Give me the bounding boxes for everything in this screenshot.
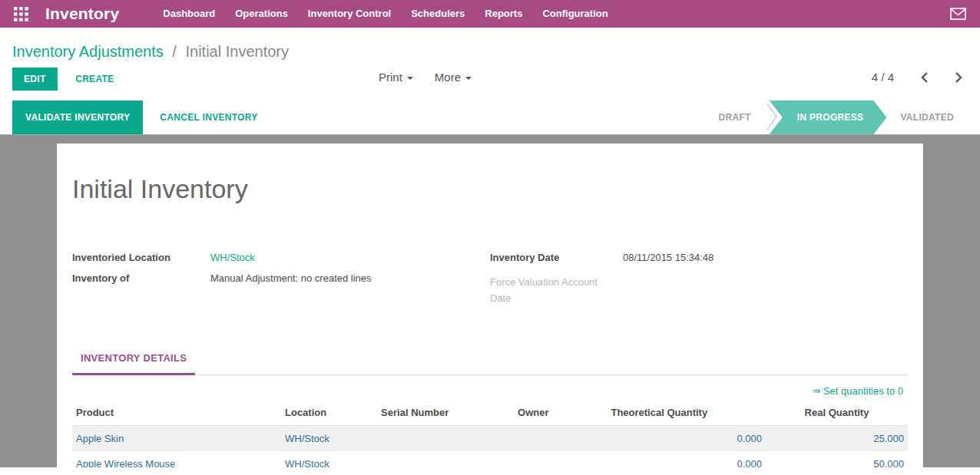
record-title: Initial Inventory (72, 143, 908, 204)
field-inventoried-location: Inventoried Location WH/Stock (72, 252, 490, 263)
chevron-down-icon (465, 77, 472, 80)
tab-inventory-details[interactable]: INVENTORY DETAILS (72, 352, 195, 375)
menu-dashboard[interactable]: Dashboard (153, 0, 225, 28)
cell-product[interactable]: Apple Wireless Mouse (72, 451, 281, 467)
field-group-right: Inventory Date 08/11/2015 15:34:48 Force… (490, 252, 908, 315)
action-dropdowns: Print More (379, 71, 493, 84)
top-navbar: Inventory Dashboard Operations Inventory… (0, 0, 980, 28)
create-button[interactable]: CREATE (75, 74, 114, 84)
state-in-progress[interactable]: IN PROGRESS (770, 101, 887, 134)
inventory-date-value: 08/11/2015 15:34:48 (623, 252, 713, 263)
breadcrumb-separator: / (172, 43, 177, 60)
main-menu: Dashboard Operations Inventory Control S… (153, 0, 617, 28)
table-row[interactable]: Apple Wireless Mouse WH/Stock 0.000 50.0… (72, 451, 908, 467)
field-label: Inventory Date (490, 252, 623, 263)
print-dropdown[interactable]: Print (379, 71, 413, 84)
cell-serial-number[interactable] (377, 451, 482, 467)
notebook-tabs: INVENTORY DETAILS (72, 352, 908, 375)
more-dropdown[interactable]: More (435, 71, 472, 84)
table-header-row: Product Location Serial Number Owner The… (72, 400, 908, 426)
field-label: Force Valuation Account Date (490, 274, 613, 306)
chevron-right-icon[interactable] (955, 71, 963, 84)
cell-product[interactable]: Apple Skin (72, 426, 281, 452)
pager-count: 4 / 4 (872, 71, 894, 84)
breadcrumb-current: Initial Inventory (185, 43, 289, 60)
menu-operations[interactable]: Operations (225, 0, 298, 28)
envelope-icon[interactable] (947, 5, 969, 23)
menu-inventory-control[interactable]: Inventory Control (298, 0, 401, 28)
apps-grid-icon[interactable] (14, 7, 28, 21)
cell-theoretical-quantity[interactable]: 0.000 (553, 451, 766, 467)
cancel-inventory-button[interactable]: CANCEL INVENTORY (160, 101, 257, 134)
cell-location[interactable]: WH/Stock (281, 426, 377, 452)
field-inventory-of: Inventory of Manual Adjustment: no creat… (72, 272, 490, 284)
status-bar: VALIDATE INVENTORY CANCEL INVENTORY DRAF… (0, 101, 980, 135)
breadcrumb: Inventory Adjustments / Initial Inventor… (0, 28, 980, 61)
form-sheet: Initial Inventory Inventoried Location W… (57, 143, 923, 467)
column-header-real-quantity[interactable]: Real Quantity (766, 400, 908, 426)
breadcrumb-parent-link[interactable]: Inventory Adjustments (12, 43, 164, 60)
set-quantities-to-zero-link[interactable]: ⇒ Set quantities to 0 (812, 385, 903, 397)
table-row[interactable]: Apple Skin WH/Stock 0.000 25.000 (72, 426, 908, 452)
field-force-valuation-date: Force Valuation Account Date (490, 272, 908, 306)
field-label: Inventoried Location (72, 252, 210, 263)
cell-owner[interactable] (482, 426, 552, 452)
cell-real-quantity[interactable]: 50.000 (766, 451, 908, 467)
cell-owner[interactable] (482, 451, 552, 467)
action-bar: EDIT CREATE Print More 4 / 4 (0, 61, 980, 97)
record-pager: 4 / 4 (872, 71, 963, 84)
column-header-location[interactable]: Location (281, 400, 377, 426)
inventory-lines-table: Product Location Serial Number Owner The… (72, 400, 908, 467)
column-header-product[interactable]: Product (72, 400, 281, 426)
state-draft[interactable]: DRAFT (705, 101, 765, 134)
field-inventory-date: Inventory Date 08/11/2015 15:34:48 (490, 252, 908, 263)
chevron-left-icon[interactable] (920, 71, 929, 84)
cell-location[interactable]: WH/Stock (281, 451, 377, 467)
chevron-down-icon (407, 77, 413, 80)
state-validated[interactable]: VALIDATED (886, 101, 968, 134)
set-quantities-row: ⇒ Set quantities to 0 (72, 375, 908, 398)
column-header-serial-number[interactable]: Serial Number (377, 400, 482, 426)
column-header-theoretical-quantity[interactable]: Theoretical Quantity (553, 400, 766, 426)
app-title: Inventory (45, 5, 119, 23)
field-groups: Inventoried Location WH/Stock Inventory … (72, 252, 908, 315)
column-header-owner[interactable]: Owner (482, 400, 552, 426)
inventory-of-value: Manual Adjustment: no created lines (210, 272, 372, 284)
validate-inventory-button[interactable]: VALIDATE INVENTORY (12, 101, 143, 134)
edit-button[interactable]: EDIT (12, 68, 58, 91)
cell-real-quantity[interactable]: 25.000 (766, 426, 908, 452)
state-pipeline: DRAFT IN PROGRESS VALIDATED (705, 101, 968, 134)
field-group-left: Inventoried Location WH/Stock Inventory … (72, 252, 490, 315)
menu-configuration[interactable]: Configuration (532, 0, 617, 28)
menu-reports[interactable]: Reports (475, 0, 532, 28)
cell-theoretical-quantity[interactable]: 0.000 (553, 426, 766, 452)
menu-schedulers[interactable]: Schedulers (401, 0, 475, 28)
cell-serial-number[interactable] (377, 426, 482, 452)
inventoried-location-link[interactable]: WH/Stock (210, 252, 255, 263)
field-label: Inventory of (72, 272, 210, 284)
page-background: Initial Inventory Inventoried Location W… (0, 135, 980, 467)
